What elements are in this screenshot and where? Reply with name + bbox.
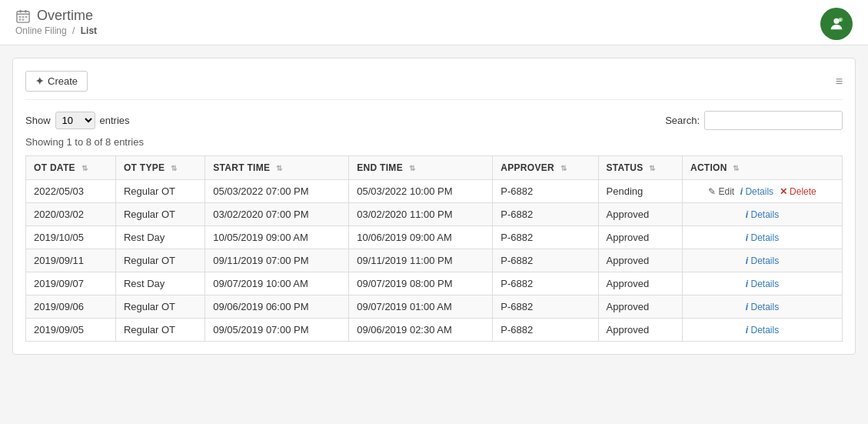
entries-select[interactable]: 10 25 50 100 (55, 112, 95, 129)
show-entries: Show 10 25 50 100 entries (25, 112, 130, 129)
menu-icon[interactable]: ≡ (836, 75, 843, 88)
breadcrumb-separator: / (72, 25, 75, 36)
col-start-time: START TIME ⇅ (205, 156, 349, 180)
svg-rect-7 (19, 18, 22, 20)
sort-icon-approver[interactable]: ⇅ (560, 164, 567, 172)
cell-ot-date: 2019/09/06 (26, 295, 116, 319)
create-label: Create (48, 75, 78, 87)
details-link[interactable]: i Details (746, 302, 779, 312)
svg-rect-4 (19, 16, 22, 18)
sort-icon-end-time[interactable]: ⇅ (409, 164, 415, 172)
cell-approver: P-6882 (493, 272, 598, 295)
edit-link[interactable]: ✎ Edit (708, 186, 734, 197)
table-row: 2019/09/11Regular OT09/11/2019 07:00 PM0… (26, 249, 843, 272)
cell-end-time: 03/02/2020 11:00 PM (349, 203, 493, 226)
show-label: Show (25, 115, 51, 126)
page-title: Overtime (15, 8, 97, 24)
details-link[interactable]: i Details (746, 279, 779, 289)
cell-approver: P-6882 (493, 226, 598, 249)
cell-approver: P-6882 (493, 180, 598, 203)
sort-icon-status[interactable]: ⇅ (649, 164, 655, 172)
cell-ot-type: Regular OT (115, 180, 205, 203)
cell-approver: P-6882 (493, 249, 598, 272)
cell-status: Approved (598, 249, 682, 272)
cell-approver: P-6882 (493, 203, 598, 226)
breadcrumb: Online Filing / List (15, 25, 97, 36)
main-content: ✦ Create ≡ Show 10 25 50 100 entries Sea… (12, 58, 856, 355)
cell-start-time: 10/05/2019 09:00 AM (205, 226, 349, 249)
cell-ot-date: 2019/09/07 (26, 272, 116, 295)
details-link[interactable]: i Details (746, 232, 779, 243)
table-row: 2019/09/07Rest Day09/07/2019 10:00 AM09/… (26, 272, 843, 295)
cell-ot-type: Regular OT (115, 295, 205, 319)
cell-start-time: 05/03/2022 07:00 PM (205, 180, 349, 203)
table-row: 2019/09/06Regular OT09/06/2019 06:00 PM0… (26, 295, 843, 319)
cell-ot-date: 2022/05/03 (26, 180, 116, 203)
cell-status: Approved (598, 272, 682, 295)
svg-rect-3 (25, 9, 26, 12)
plus-icon: ✦ (35, 75, 44, 87)
showing-info: Showing 1 to 8 of 8 entries (25, 136, 843, 148)
cell-ot-date: 2019/09/11 (26, 249, 116, 272)
breadcrumb-parent[interactable]: Online Filing (15, 25, 67, 36)
cell-approver: P-6882 (493, 319, 598, 342)
cell-status: Approved (598, 295, 682, 319)
svg-rect-8 (22, 18, 25, 20)
col-end-time: END TIME ⇅ (349, 156, 493, 180)
top-bar: Overtime Online Filing / List ⚙ (0, 0, 868, 45)
sort-icon-start-time[interactable]: ⇅ (276, 164, 282, 172)
cell-ot-type: Rest Day (115, 226, 205, 249)
cell-ot-date: 2020/03/02 (26, 203, 116, 226)
delete-link[interactable]: ✕ Delete (780, 186, 816, 197)
col-status: STATUS ⇅ (598, 156, 682, 180)
calendar-icon (15, 8, 31, 24)
svg-rect-2 (20, 9, 22, 12)
sort-icon-ot-type[interactable]: ⇅ (171, 164, 177, 172)
cell-start-time: 09/05/2019 07:00 PM (205, 319, 349, 342)
cell-status: Approved (598, 319, 682, 342)
cell-action: i Details (682, 226, 842, 249)
table-row: 2020/03/02Regular OT03/02/2020 07:00 PM0… (26, 203, 843, 226)
col-approver: APPROVER ⇅ (493, 156, 598, 180)
cell-ot-type: Regular OT (115, 249, 205, 272)
cell-start-time: 09/06/2019 06:00 PM (205, 295, 349, 319)
cell-ot-type: Regular OT (115, 203, 205, 226)
cell-end-time: 05/03/2022 10:00 PM (349, 180, 493, 203)
entries-label: entries (100, 115, 130, 126)
sort-icon-action[interactable]: ⇅ (733, 164, 739, 172)
svg-rect-6 (25, 16, 28, 18)
cell-action: i Details (682, 319, 842, 342)
avatar-button[interactable]: ⚙ (820, 8, 853, 40)
details-link[interactable]: i Details (746, 325, 779, 336)
table-row: 2022/05/03Regular OT05/03/2022 07:00 PM0… (26, 180, 843, 203)
search-box: Search: (665, 111, 843, 130)
col-ot-date: OT DATE ⇅ (26, 156, 116, 180)
cell-action: i Details (682, 203, 842, 226)
cell-status: Pending (598, 180, 682, 203)
cell-action: ✎ Edit i Details ✕ Delete (682, 180, 842, 203)
table-row: 2019/10/05Rest Day10/05/2019 09:00 AM10/… (26, 226, 843, 249)
cell-end-time: 10/06/2019 09:00 AM (349, 226, 493, 249)
cell-ot-date: 2019/10/05 (26, 226, 116, 249)
create-button[interactable]: ✦ Create (25, 71, 88, 92)
cell-action: i Details (682, 249, 842, 272)
cell-approver: P-6882 (493, 295, 598, 319)
details-link[interactable]: i Details (740, 186, 773, 197)
table-row: 2019/09/05Regular OT09/05/2019 07:00 PM0… (26, 319, 843, 342)
details-link[interactable]: i Details (746, 255, 779, 266)
title-text: Overtime (37, 8, 93, 24)
toolbar: ✦ Create ≡ (25, 71, 843, 100)
cell-end-time: 09/07/2019 01:00 AM (349, 295, 493, 319)
search-input[interactable] (704, 111, 843, 130)
details-link[interactable]: i Details (746, 209, 779, 220)
overtime-table: OT DATE ⇅ OT TYPE ⇅ START TIME ⇅ END TIM… (25, 155, 843, 342)
col-ot-type: OT TYPE ⇅ (115, 156, 205, 180)
search-label: Search: (665, 115, 700, 126)
breadcrumb-current: List (81, 25, 97, 36)
cell-action: i Details (682, 272, 842, 295)
table-header-row: OT DATE ⇅ OT TYPE ⇅ START TIME ⇅ END TIM… (26, 156, 843, 180)
sort-icon-ot-date[interactable]: ⇅ (81, 164, 88, 172)
cell-status: Approved (598, 226, 682, 249)
table-controls: Show 10 25 50 100 entries Search: (25, 111, 843, 130)
cell-ot-type: Regular OT (115, 319, 205, 342)
